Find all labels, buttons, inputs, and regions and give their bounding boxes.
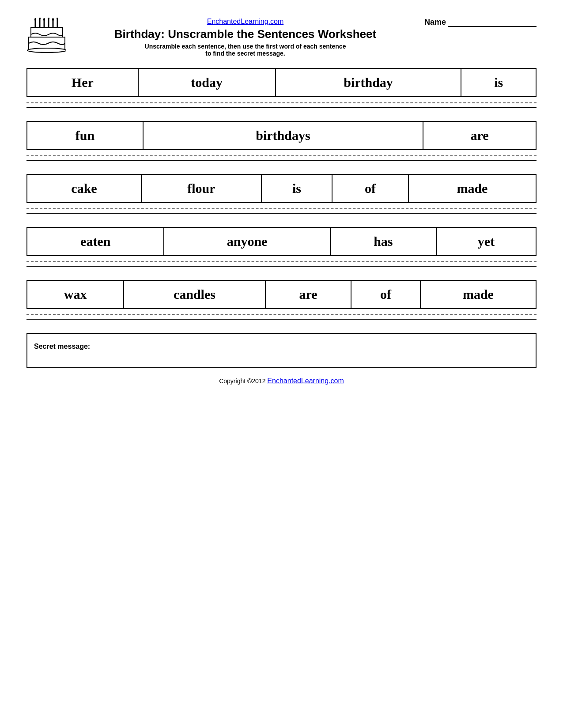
dotted-line-4 bbox=[26, 261, 537, 262]
secret-message-label: Secret message: bbox=[34, 343, 90, 350]
word-5-2: candles bbox=[124, 280, 265, 309]
word-3-1: cake bbox=[27, 174, 141, 203]
copyright-text: Copyright bbox=[219, 377, 246, 385]
word-3-3: is bbox=[261, 174, 332, 203]
worksheet-subtitle-line2: to find the secret message. bbox=[75, 50, 416, 57]
word-5-1: wax bbox=[27, 280, 124, 309]
page-header: EnchantedLearning.com Birthday: Unscramb… bbox=[26, 18, 537, 59]
footer-site-link[interactable]: EnchantedLearning.com bbox=[267, 377, 344, 385]
site-link[interactable]: EnchantedLearning.com bbox=[75, 18, 416, 26]
word-1-3: birthday bbox=[276, 68, 461, 97]
word-2-2: birthdays bbox=[143, 121, 423, 150]
word-5-3: are bbox=[265, 280, 351, 309]
dotted-line-2 bbox=[26, 155, 537, 156]
word-table-3: cake flour is of made bbox=[26, 174, 537, 203]
word-table-1: Her today birthday is bbox=[26, 68, 537, 97]
word-table-2: fun birthdays are bbox=[26, 121, 537, 150]
sentence-4: eaten anyone has yet bbox=[26, 227, 537, 267]
header-text: EnchantedLearning.com Birthday: Unscramb… bbox=[75, 18, 416, 57]
word-5-5: made bbox=[420, 280, 536, 309]
answer-area-3 bbox=[26, 208, 537, 214]
svg-point-10 bbox=[52, 18, 54, 21]
solid-line-2 bbox=[26, 160, 537, 161]
copyright-year: ©2012 bbox=[247, 377, 265, 385]
svg-point-14 bbox=[27, 48, 66, 53]
word-3-4: of bbox=[332, 174, 408, 203]
svg-point-6 bbox=[34, 18, 36, 21]
answer-area-5 bbox=[26, 314, 537, 320]
secret-message-box[interactable]: Secret message: bbox=[26, 333, 537, 368]
word-3-2: flour bbox=[141, 174, 261, 203]
answer-area-1 bbox=[26, 102, 537, 108]
cake-icon bbox=[26, 18, 66, 57]
page-footer: Copyright ©2012 EnchantedLearning.com bbox=[26, 377, 537, 385]
solid-line-4 bbox=[26, 266, 537, 267]
word-1-1: Her bbox=[27, 68, 138, 97]
name-input-line[interactable] bbox=[448, 18, 537, 27]
word-4-3: has bbox=[330, 227, 436, 256]
dotted-line-5 bbox=[26, 314, 537, 315]
solid-line-1 bbox=[26, 107, 537, 108]
solid-line-5 bbox=[26, 319, 537, 320]
svg-point-8 bbox=[43, 18, 45, 21]
sentence-2: fun birthdays are bbox=[26, 121, 537, 161]
worksheet-subtitle-line1: Unscramble each sentence, then use the f… bbox=[75, 43, 416, 50]
word-4-1: eaten bbox=[27, 227, 164, 256]
sentence-3: cake flour is of made bbox=[26, 174, 537, 214]
sentence-5: wax candles are of made bbox=[26, 280, 537, 320]
word-2-1: fun bbox=[27, 121, 143, 150]
sentence-1: Her today birthday is bbox=[26, 68, 537, 108]
dotted-line-3 bbox=[26, 208, 537, 209]
answer-area-2 bbox=[26, 155, 537, 161]
worksheet-title: Birthday: Unscramble the Sentences Works… bbox=[75, 27, 416, 41]
word-5-4: of bbox=[351, 280, 420, 309]
solid-line-3 bbox=[26, 213, 537, 214]
dotted-line-1 bbox=[26, 102, 537, 103]
name-area: Name bbox=[424, 18, 537, 29]
word-table-5: wax candles are of made bbox=[26, 280, 537, 309]
word-1-2: today bbox=[138, 68, 276, 97]
answer-area-4 bbox=[26, 261, 537, 267]
word-3-5: made bbox=[408, 174, 536, 203]
word-table-4: eaten anyone has yet bbox=[26, 227, 537, 256]
word-1-4: is bbox=[461, 68, 536, 97]
word-4-2: anyone bbox=[164, 227, 330, 256]
word-2-3: are bbox=[423, 121, 536, 150]
word-4-4: yet bbox=[436, 227, 536, 256]
logo-area bbox=[26, 18, 66, 59]
name-label: Name bbox=[424, 18, 446, 27]
